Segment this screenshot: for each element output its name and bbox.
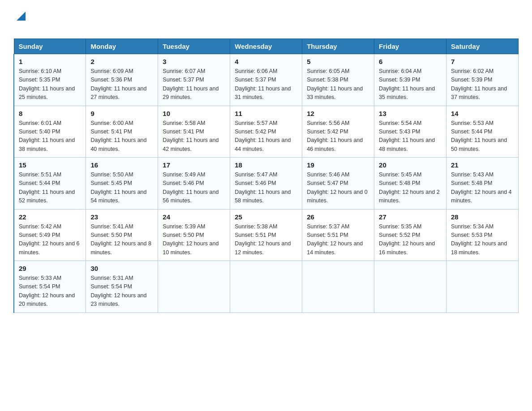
- day-info: Sunrise: 5:45 AMSunset: 5:48 PMDaylight:…: [379, 171, 442, 206]
- day-number: 6: [379, 58, 442, 65]
- day-info: Sunrise: 6:07 AMSunset: 5:37 PMDaylight:…: [163, 67, 225, 102]
- day-info: Sunrise: 6:05 AMSunset: 5:38 PMDaylight:…: [307, 67, 369, 102]
- day-info: Sunrise: 6:10 AMSunset: 5:35 PMDaylight:…: [19, 67, 81, 102]
- day-info: Sunrise: 6:01 AMSunset: 5:40 PMDaylight:…: [19, 119, 81, 154]
- day-number: 21: [451, 161, 514, 169]
- day-info: Sunrise: 6:00 AMSunset: 5:41 PMDaylight:…: [90, 119, 153, 154]
- calendar-week-row: 15Sunrise: 5:51 AMSunset: 5:44 PMDayligh…: [14, 158, 519, 210]
- calendar-cell: [230, 261, 302, 313]
- day-number: 29: [19, 265, 81, 272]
- calendar-cell: 10Sunrise: 5:58 AMSunset: 5:41 PMDayligh…: [158, 106, 230, 158]
- day-info: Sunrise: 6:09 AMSunset: 5:36 PMDaylight:…: [90, 67, 153, 102]
- calendar-cell: 7Sunrise: 6:02 AMSunset: 5:39 PMDaylight…: [446, 54, 519, 106]
- day-info: Sunrise: 5:41 AMSunset: 5:50 PMDaylight:…: [90, 223, 153, 257]
- day-number: 27: [379, 213, 442, 221]
- weekday-header-thursday: Thursday: [302, 39, 374, 54]
- calendar-cell: 20Sunrise: 5:45 AMSunset: 5:48 PMDayligh…: [374, 158, 446, 210]
- day-info: Sunrise: 5:56 AMSunset: 5:42 PMDaylight:…: [307, 119, 369, 154]
- calendar-cell: 30Sunrise: 5:31 AMSunset: 5:54 PMDayligh…: [86, 261, 158, 313]
- day-info: Sunrise: 5:47 AMSunset: 5:46 PMDaylight:…: [235, 171, 297, 206]
- calendar-cell: 8Sunrise: 6:01 AMSunset: 5:40 PMDaylight…: [14, 106, 86, 158]
- day-number: 20: [379, 161, 442, 169]
- calendar-cell: 16Sunrise: 5:50 AMSunset: 5:45 PMDayligh…: [86, 158, 158, 210]
- calendar-cell: 6Sunrise: 6:04 AMSunset: 5:39 PMDaylight…: [374, 54, 446, 106]
- weekday-header-wednesday: Wednesday: [230, 39, 302, 54]
- day-number: 25: [235, 213, 297, 221]
- day-number: 16: [90, 161, 153, 169]
- calendar-cell: 19Sunrise: 5:46 AMSunset: 5:47 PMDayligh…: [302, 158, 374, 210]
- calendar-cell: [446, 261, 519, 313]
- day-number: 10: [163, 110, 225, 117]
- day-number: 2: [90, 58, 153, 65]
- calendar-cell: 13Sunrise: 5:54 AMSunset: 5:43 PMDayligh…: [374, 106, 446, 158]
- day-info: Sunrise: 5:43 AMSunset: 5:48 PMDaylight:…: [451, 171, 514, 206]
- day-number: 24: [163, 213, 225, 221]
- calendar-cell: 17Sunrise: 5:49 AMSunset: 5:46 PMDayligh…: [158, 158, 230, 210]
- day-info: Sunrise: 5:33 AMSunset: 5:54 PMDaylight:…: [19, 274, 81, 309]
- day-number: 7: [451, 58, 514, 65]
- day-number: 3: [163, 58, 225, 65]
- weekday-header-friday: Friday: [374, 39, 446, 54]
- calendar-cell: 26Sunrise: 5:37 AMSunset: 5:51 PMDayligh…: [302, 209, 374, 261]
- calendar-cell: 29Sunrise: 5:33 AMSunset: 5:54 PMDayligh…: [14, 261, 86, 313]
- calendar-cell: 11Sunrise: 5:57 AMSunset: 5:42 PMDayligh…: [230, 106, 302, 158]
- day-info: Sunrise: 5:39 AMSunset: 5:50 PMDaylight:…: [163, 223, 225, 257]
- calendar-cell: 3Sunrise: 6:07 AMSunset: 5:37 PMDaylight…: [158, 54, 230, 106]
- calendar-cell: [374, 261, 446, 313]
- calendar-cell: 27Sunrise: 5:35 AMSunset: 5:52 PMDayligh…: [374, 209, 446, 261]
- day-number: 19: [307, 161, 369, 169]
- weekday-header-sunday: Sunday: [14, 39, 86, 54]
- day-number: 1: [19, 58, 81, 65]
- calendar-table: SundayMondayTuesdayWednesdayThursdayFrid…: [13, 39, 519, 313]
- calendar-cell: 25Sunrise: 5:38 AMSunset: 5:51 PMDayligh…: [230, 209, 302, 261]
- calendar-cell: 23Sunrise: 5:41 AMSunset: 5:50 PMDayligh…: [86, 209, 158, 261]
- day-info: Sunrise: 5:57 AMSunset: 5:42 PMDaylight:…: [235, 119, 297, 154]
- svg-marker-0: [17, 12, 26, 21]
- calendar-week-row: 8Sunrise: 6:01 AMSunset: 5:40 PMDaylight…: [14, 106, 519, 158]
- day-number: 22: [19, 213, 81, 221]
- page-header: [13, 9, 519, 34]
- day-number: 9: [90, 110, 153, 117]
- day-number: 23: [90, 213, 153, 221]
- day-info: Sunrise: 6:06 AMSunset: 5:37 PMDaylight:…: [235, 67, 297, 102]
- weekday-header-monday: Monday: [86, 39, 158, 54]
- calendar-cell: 14Sunrise: 5:53 AMSunset: 5:44 PMDayligh…: [446, 106, 519, 158]
- calendar-week-row: 1Sunrise: 6:10 AMSunset: 5:35 PMDaylight…: [14, 54, 519, 106]
- logo-icon: [13, 9, 27, 34]
- day-number: 30: [90, 265, 153, 272]
- calendar-cell: 9Sunrise: 6:00 AMSunset: 5:41 PMDaylight…: [86, 106, 158, 158]
- day-number: 15: [19, 161, 81, 169]
- day-number: 18: [235, 161, 297, 169]
- day-info: Sunrise: 6:04 AMSunset: 5:39 PMDaylight:…: [379, 67, 442, 102]
- logo-triangle-icon: [15, 10, 27, 22]
- day-info: Sunrise: 5:37 AMSunset: 5:51 PMDaylight:…: [307, 223, 369, 257]
- day-info: Sunrise: 5:58 AMSunset: 5:41 PMDaylight:…: [163, 119, 225, 154]
- day-number: 11: [235, 110, 297, 117]
- calendar-cell: 15Sunrise: 5:51 AMSunset: 5:44 PMDayligh…: [14, 158, 86, 210]
- day-info: Sunrise: 5:31 AMSunset: 5:54 PMDaylight:…: [90, 274, 153, 309]
- day-info: Sunrise: 5:42 AMSunset: 5:49 PMDaylight:…: [19, 223, 81, 257]
- calendar-week-row: 22Sunrise: 5:42 AMSunset: 5:49 PMDayligh…: [14, 209, 519, 261]
- calendar-cell: 5Sunrise: 6:05 AMSunset: 5:38 PMDaylight…: [302, 54, 374, 106]
- weekday-header-row: SundayMondayTuesdayWednesdayThursdayFrid…: [14, 39, 519, 54]
- day-number: 5: [307, 58, 369, 65]
- day-number: 26: [307, 213, 369, 221]
- day-info: Sunrise: 5:54 AMSunset: 5:43 PMDaylight:…: [379, 119, 442, 154]
- day-info: Sunrise: 5:50 AMSunset: 5:45 PMDaylight:…: [90, 171, 153, 206]
- day-number: 12: [307, 110, 369, 117]
- calendar-cell: 22Sunrise: 5:42 AMSunset: 5:49 PMDayligh…: [14, 209, 86, 261]
- day-number: 28: [451, 213, 514, 221]
- calendar-week-row: 29Sunrise: 5:33 AMSunset: 5:54 PMDayligh…: [14, 261, 519, 313]
- day-number: 13: [379, 110, 442, 117]
- day-info: Sunrise: 5:35 AMSunset: 5:52 PMDaylight:…: [379, 223, 442, 257]
- day-info: Sunrise: 6:02 AMSunset: 5:39 PMDaylight:…: [451, 67, 514, 102]
- calendar-cell: 28Sunrise: 5:34 AMSunset: 5:53 PMDayligh…: [446, 209, 519, 261]
- day-info: Sunrise: 5:51 AMSunset: 5:44 PMDaylight:…: [19, 171, 81, 206]
- calendar-cell: 21Sunrise: 5:43 AMSunset: 5:48 PMDayligh…: [446, 158, 519, 210]
- weekday-header-saturday: Saturday: [446, 39, 519, 54]
- calendar-cell: 12Sunrise: 5:56 AMSunset: 5:42 PMDayligh…: [302, 106, 374, 158]
- day-number: 17: [163, 161, 225, 169]
- day-info: Sunrise: 5:34 AMSunset: 5:53 PMDaylight:…: [451, 223, 514, 257]
- day-number: 8: [19, 110, 81, 117]
- day-info: Sunrise: 5:49 AMSunset: 5:46 PMDaylight:…: [163, 171, 225, 206]
